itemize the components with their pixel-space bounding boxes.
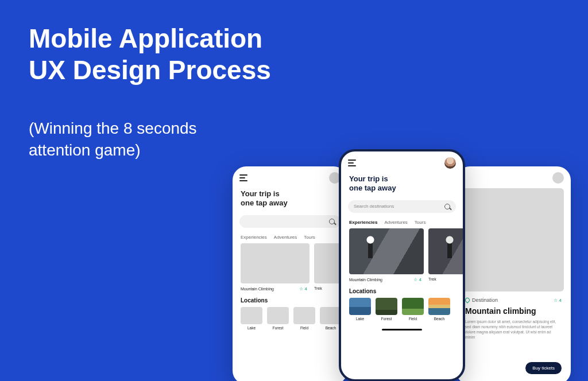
buy-tickets-button[interactable]: Buy tickets xyxy=(525,362,562,374)
headline: Mobile Application UX Design Process xyxy=(29,23,271,86)
avatar-placeholder[interactable] xyxy=(552,172,564,184)
search-icon xyxy=(329,219,335,224)
tab-adventures[interactable]: Adventures xyxy=(274,235,297,240)
trip-card[interactable]: Mountain Climbing ☆ 4 xyxy=(349,228,424,282)
detail-hero-image xyxy=(463,188,564,291)
menu-icon[interactable] xyxy=(348,160,356,166)
home-indicator xyxy=(382,329,422,331)
rating-badge: ☆ 4 xyxy=(299,286,307,291)
menu-icon[interactable] xyxy=(239,174,247,181)
tab-adventures[interactable]: Adventures xyxy=(384,220,407,225)
tab-experiencies[interactable]: Experiencies xyxy=(349,220,377,225)
location-item[interactable]: Beach xyxy=(428,298,450,321)
rating-badge: ☆ 4 xyxy=(554,298,562,303)
trip-card[interactable]: Trek xyxy=(428,228,463,282)
locations-heading: Locations xyxy=(233,291,347,307)
locations-row: Lake Forest Field Beach xyxy=(233,307,347,336)
trip-card-title: Mountain Climbing xyxy=(241,287,274,291)
trip-image xyxy=(428,228,463,274)
hero-title: Your trip is one tap away xyxy=(341,169,463,198)
subheadline-line2: attention game) xyxy=(29,139,197,161)
headline-line1: Mobile Application xyxy=(29,23,271,55)
trip-card[interactable]: Mountain Climbing ☆ 4 xyxy=(241,243,310,291)
locations-row: Lake Forest Field Beach xyxy=(341,298,463,326)
user-avatar[interactable] xyxy=(444,157,456,169)
category-tabs[interactable]: Experiencies Adventures Tours xyxy=(233,232,347,243)
detail-title: Mountain climbing xyxy=(456,304,571,319)
location-item[interactable]: Lake xyxy=(349,298,371,321)
tab-tours[interactable]: Tours xyxy=(304,235,315,240)
hero-title: Your trip is one tap away xyxy=(233,184,347,213)
location-item[interactable]: Forest xyxy=(376,298,397,321)
trip-card-title: Mountain Climbing xyxy=(349,278,382,282)
subheadline-line1: (Winning the 8 seconds xyxy=(29,118,197,139)
search-placeholder: Search destinations xyxy=(354,204,394,209)
location-item[interactable]: Lake xyxy=(241,307,262,330)
location-item[interactable]: Field xyxy=(402,298,424,321)
search-input[interactable] xyxy=(239,215,341,228)
trip-image xyxy=(349,228,424,274)
locations-heading: Locations xyxy=(341,282,463,298)
trip-image-placeholder xyxy=(241,243,310,283)
location-item[interactable]: Field xyxy=(293,307,315,330)
location-item[interactable]: Forest xyxy=(267,307,289,330)
search-input[interactable]: Search destinations xyxy=(348,200,456,213)
detail-description: Lorem ipsum dolor sit amet, consectetur … xyxy=(456,319,571,348)
trip-card-title: Trek xyxy=(428,277,436,281)
destination-badge: Destination xyxy=(465,297,498,303)
phone-mock-wireframe: Your trip is one tap away Experiencies A… xyxy=(233,166,347,381)
headline-line2: UX Design Process xyxy=(29,55,271,86)
tab-experiencies[interactable]: Experiencies xyxy=(241,235,267,240)
category-tabs[interactable]: Experiencies Adventures Tours xyxy=(341,217,463,228)
tab-tours[interactable]: Tours xyxy=(415,220,426,225)
trip-card-title: Trek xyxy=(314,286,322,290)
phone-mock-highfidelity: Your trip is one tap away Search destina… xyxy=(339,149,465,381)
phone-mock-detail: ‹ Destination ☆ 4 Mountain climbing Lore… xyxy=(456,166,571,381)
subheadline: (Winning the 8 seconds attention game) xyxy=(29,118,197,161)
rating-badge: ☆ 4 xyxy=(413,277,421,282)
pin-icon xyxy=(464,297,470,303)
search-icon xyxy=(444,204,450,209)
